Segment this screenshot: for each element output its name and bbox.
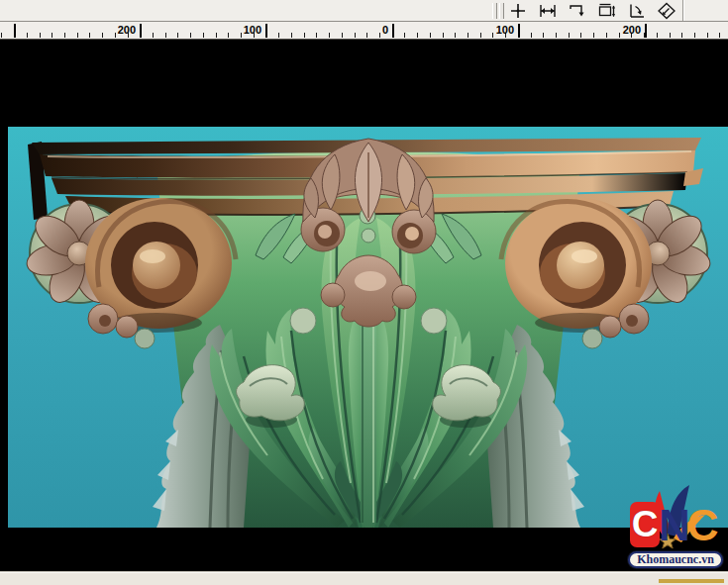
toolbar-grip[interactable] <box>499 3 504 19</box>
ruler-minor-tick <box>165 33 166 38</box>
ruler-minor-tick <box>291 33 292 38</box>
ruler-minor-tick <box>27 33 28 38</box>
ruler-minor-tick <box>329 33 330 38</box>
logo-letter-c2: C <box>687 504 719 547</box>
ruler-minor-tick <box>304 33 305 38</box>
angle-measure-button[interactable] <box>626 2 648 21</box>
status-accent-bar <box>659 579 724 583</box>
horizontal-distance-button[interactable] <box>537 2 559 21</box>
ruler-minor-tick <box>417 33 418 38</box>
angle-measure-icon <box>627 2 647 20</box>
ruler-minor-tick <box>216 33 217 38</box>
logo-tagline-banner: Khomaucnc.vn <box>628 551 723 568</box>
ruler-label: 100 <box>228 24 261 36</box>
polyline-distance-button[interactable] <box>567 2 588 21</box>
top-toolbar <box>0 0 728 22</box>
ruler-minor-tick <box>681 33 682 38</box>
horizontal-distance-icon <box>538 2 558 20</box>
logo-letters: C N C <box>630 502 719 547</box>
measure-toolstrip <box>507 1 677 21</box>
ruler-minor-tick <box>77 33 78 38</box>
watermark-logo: C N C Khomaucnc.vn <box>624 485 727 576</box>
ruler-minor-tick <box>430 33 431 38</box>
ruler-minor-tick <box>543 33 544 38</box>
ruler-minor-tick <box>52 33 52 38</box>
ruler-minor-tick <box>455 33 456 38</box>
diamond-dimension-icon <box>657 2 676 20</box>
ruler-minor-tick <box>443 33 444 38</box>
rect-dimension-button[interactable] <box>596 2 618 21</box>
ruler-minor-tick <box>556 33 557 38</box>
ruler-major-tick <box>392 24 394 38</box>
ruler-minor-tick <box>1 33 2 38</box>
ruler-minor-tick <box>657 33 658 38</box>
ruler-minor-tick <box>670 33 671 38</box>
ruler-minor-tick <box>203 33 204 38</box>
ruler[interactable]: 2001000100200 <box>0 22 728 40</box>
ruler-minor-tick <box>468 33 468 38</box>
ruler-minor-tick <box>580 33 581 38</box>
ruler-minor-tick <box>593 33 594 38</box>
ruler-minor-tick <box>707 33 708 38</box>
status-bar <box>0 571 728 585</box>
logo-tagline: Khomaucnc.vn <box>637 552 714 567</box>
ruler-major-tick <box>14 24 16 38</box>
ruler-minor-tick <box>316 33 317 38</box>
rect-dimension-icon <box>597 2 617 20</box>
ruler-minor-tick <box>719 33 720 38</box>
ruler-minor-tick <box>694 33 695 38</box>
ruler-major-tick <box>645 24 647 38</box>
ruler-minor-tick <box>89 33 90 38</box>
toolbar-separator <box>682 0 683 21</box>
polyline-distance-icon <box>568 2 587 20</box>
model-viewport[interactable] <box>8 127 728 528</box>
ruler-minor-tick <box>569 33 570 38</box>
toolbar-grip[interactable] <box>492 3 497 19</box>
ruler-minor-tick <box>177 33 178 38</box>
ruler-major-tick <box>140 24 142 38</box>
crosshair-icon <box>508 2 528 20</box>
crosshair-tool-button[interactable] <box>507 2 529 21</box>
ruler-minor-tick <box>342 33 343 38</box>
ruler-label: 0 <box>355 24 388 36</box>
diamond-dimension-button[interactable] <box>656 2 677 21</box>
canvas-area <box>0 40 728 571</box>
ruler-minor-tick <box>278 33 279 38</box>
ruler-minor-tick <box>404 33 405 38</box>
ruler-major-tick <box>518 24 520 38</box>
ruler-label: 200 <box>607 24 641 36</box>
corinthian-capital-render <box>8 127 728 528</box>
ruler-minor-tick <box>64 33 65 38</box>
logo-letter-c1: C <box>630 502 660 547</box>
logo-letter-n: N <box>659 504 690 547</box>
ruler-label: 100 <box>480 24 514 36</box>
ruler-major-tick <box>265 24 267 38</box>
ruler-minor-tick <box>190 33 191 38</box>
ruler-minor-tick <box>531 33 532 38</box>
ruler-minor-tick <box>153 33 154 38</box>
ruler-minor-tick <box>40 33 41 38</box>
ruler-label: 200 <box>102 24 136 36</box>
